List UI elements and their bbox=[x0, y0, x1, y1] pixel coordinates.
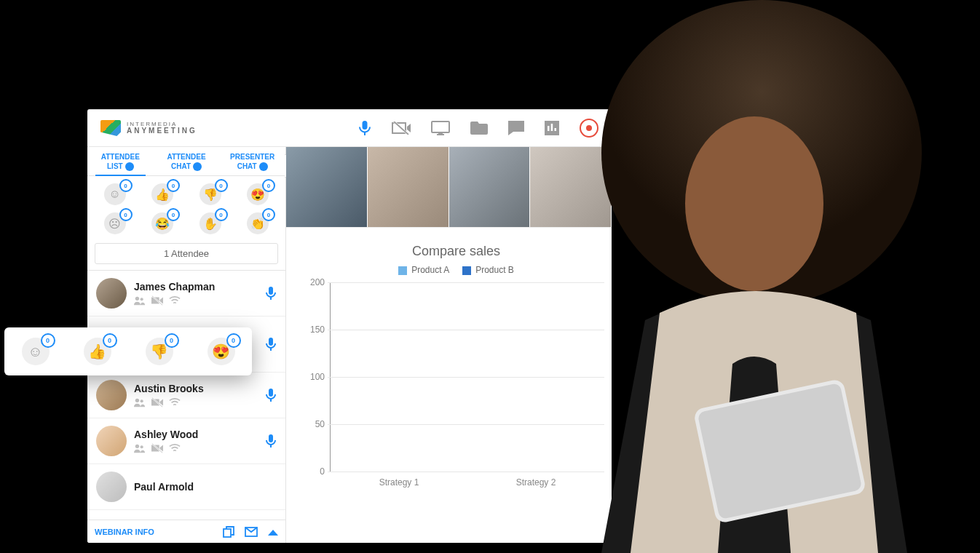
svg-point-11 bbox=[141, 445, 143, 448]
reaction-laugh[interactable]: 😂0 bbox=[141, 212, 185, 234]
titlebar: INTERMEDIA ANYMEETING bbox=[87, 110, 612, 147]
svg-point-14 bbox=[601, 0, 922, 306]
reaction-thumbs-up[interactable]: 👍0 bbox=[141, 183, 185, 205]
video-tile[interactable] bbox=[530, 147, 612, 227]
webinar-info-label[interactable]: WEBINAR INFO bbox=[95, 528, 154, 536]
reaction-count: 0 bbox=[262, 208, 275, 221]
screen-share-icon[interactable] bbox=[431, 121, 450, 135]
video-tile[interactable] bbox=[286, 147, 368, 227]
camera-off-icon bbox=[151, 443, 163, 453]
people-icon bbox=[134, 397, 146, 407]
svg-point-5 bbox=[141, 298, 143, 301]
x-tick-label: Strategy 2 bbox=[467, 477, 604, 488]
shared-content: Compare sales Product AProduct B 0501001… bbox=[286, 228, 612, 480]
tab-badge-icon bbox=[193, 162, 202, 171]
reaction-count: 0 bbox=[167, 208, 180, 221]
reaction-clap[interactable]: 👏0 bbox=[237, 212, 280, 234]
svg-point-15 bbox=[685, 116, 823, 291]
camera-off-icon[interactable] bbox=[392, 122, 411, 135]
people-icon bbox=[134, 295, 146, 306]
participant-row[interactable]: Paul Armold bbox=[87, 464, 285, 510]
mic-icon[interactable] bbox=[265, 286, 277, 301]
tab-attendee-chat[interactable]: ATTENDEE CHAT bbox=[154, 147, 220, 175]
reaction-sad[interactable]: ☹0 bbox=[93, 212, 137, 234]
tab-label: PRESENTER CHAT bbox=[230, 153, 274, 170]
wifi-icon bbox=[169, 295, 181, 306]
y-tick-label: 50 bbox=[303, 419, 325, 429]
popover-reaction-thumbs-up[interactable]: 👍0 bbox=[84, 338, 111, 365]
mic-icon[interactable] bbox=[265, 337, 277, 351]
avatar bbox=[96, 426, 127, 456]
mic-icon[interactable] bbox=[358, 120, 371, 136]
tab-badge-icon bbox=[259, 162, 268, 171]
reaction-smile[interactable]: ☺0 bbox=[93, 183, 137, 205]
reaction-count: 0 bbox=[103, 333, 117, 348]
y-tick-label: 150 bbox=[303, 325, 325, 335]
participant-row[interactable]: James Chapman bbox=[87, 271, 285, 317]
legend-item: Product A bbox=[398, 265, 449, 275]
svg-rect-3 bbox=[555, 128, 557, 131]
chart: 050100150200 Strategy 1Strategy 2 bbox=[330, 282, 604, 472]
copy-icon[interactable] bbox=[223, 526, 234, 538]
reaction-count: 0 bbox=[215, 179, 228, 192]
participant-row[interactable]: Ashley Wood bbox=[87, 418, 285, 464]
popover-reaction-smile[interactable]: ☺0 bbox=[22, 338, 50, 365]
svg-point-10 bbox=[135, 445, 139, 448]
reaction-thumbs-down[interactable]: 👎0 bbox=[189, 183, 232, 205]
wifi-icon bbox=[169, 443, 181, 453]
participant-name: Paul Armold bbox=[134, 481, 277, 493]
record-icon[interactable] bbox=[580, 119, 598, 138]
x-tick-label: Strategy 1 bbox=[331, 477, 467, 488]
wifi-icon bbox=[169, 397, 181, 407]
poll-icon[interactable] bbox=[545, 121, 559, 135]
folder-icon[interactable] bbox=[470, 122, 488, 135]
logo-mark-icon bbox=[100, 120, 121, 136]
participant-list: James Chapman bbox=[87, 270, 285, 520]
reaction-count: 0 bbox=[215, 208, 228, 221]
camera-off-icon bbox=[151, 397, 163, 407]
reaction-count: 0 bbox=[165, 333, 179, 348]
tab-presenter-chat[interactable]: PRESENTER CHAT bbox=[219, 147, 285, 175]
sidebar-footer: WEBINAR INFO bbox=[87, 520, 285, 543]
participant-name: Austin Brooks bbox=[134, 383, 258, 394]
popover-reaction-love[interactable]: 😍0 bbox=[208, 338, 235, 365]
avatar bbox=[96, 278, 127, 309]
svg-point-4 bbox=[135, 297, 139, 301]
reaction-count: 0 bbox=[262, 179, 275, 192]
reaction-count: 0 bbox=[167, 179, 180, 192]
participant-row[interactable]: Austin Brooks bbox=[87, 373, 285, 418]
video-strip bbox=[286, 147, 612, 228]
camera-off-icon bbox=[151, 295, 163, 306]
mic-icon[interactable] bbox=[265, 388, 277, 402]
chart-title: Compare sales bbox=[308, 244, 604, 259]
participant-name: James Chapman bbox=[134, 281, 258, 293]
reaction-raise-hand[interactable]: ✋0 bbox=[189, 212, 232, 234]
reaction-count: 0 bbox=[119, 208, 133, 221]
svg-rect-2 bbox=[551, 124, 553, 131]
y-tick-label: 100 bbox=[303, 372, 325, 382]
svg-rect-17 bbox=[698, 383, 863, 520]
attendee-count: 1 Attendee bbox=[95, 243, 278, 264]
y-tick-label: 0 bbox=[303, 466, 325, 477]
chat-icon[interactable] bbox=[508, 121, 524, 135]
video-tile[interactable] bbox=[449, 147, 531, 227]
legend-item: Product B bbox=[462, 265, 514, 275]
tab-attendee-list[interactable]: ATTENDEE LIST bbox=[87, 147, 154, 175]
popover-reaction-thumbs-down[interactable]: 👎0 bbox=[146, 338, 173, 365]
participant-name: Ashley Wood bbox=[134, 429, 258, 440]
svg-point-8 bbox=[135, 399, 139, 402]
reaction-grid: ☺0 👍0 👎0 😍0 ☹0 😂0 ✋0 👏0 bbox=[87, 176, 285, 239]
chevron-up-icon[interactable] bbox=[268, 528, 278, 536]
video-tile[interactable] bbox=[368, 147, 449, 227]
svg-rect-1 bbox=[548, 126, 550, 131]
svg-rect-16 bbox=[693, 378, 867, 524]
reaction-count: 0 bbox=[41, 333, 55, 348]
mic-icon[interactable] bbox=[265, 434, 277, 448]
svg-rect-12 bbox=[224, 529, 231, 537]
chart-legend: Product AProduct B bbox=[308, 265, 604, 275]
sidebar-tabs: ATTENDEE LIST ATTENDEE CHAT PRESENTER CH… bbox=[87, 147, 285, 176]
logo-line2: ANYMEETING bbox=[127, 127, 197, 135]
reaction-love[interactable]: 😍0 bbox=[237, 183, 280, 205]
avatar bbox=[96, 380, 127, 410]
mail-icon[interactable] bbox=[245, 527, 258, 537]
